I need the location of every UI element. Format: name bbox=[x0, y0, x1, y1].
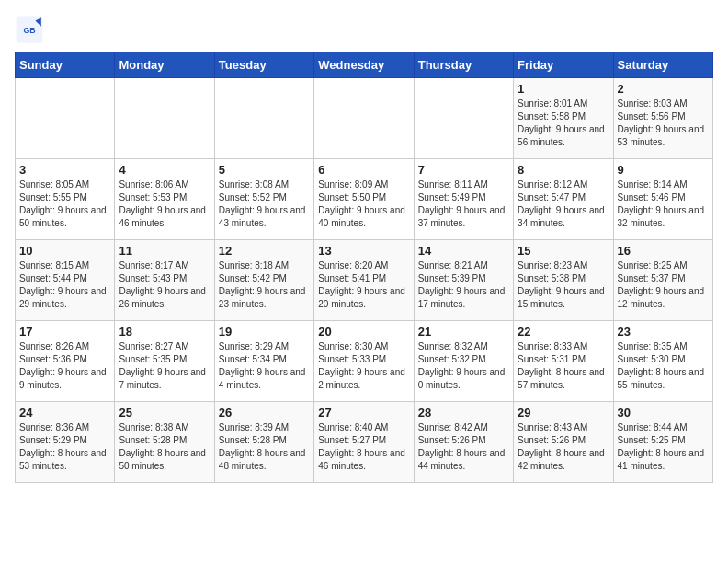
day-info: Sunrise: 8:20 AM Sunset: 5:41 PM Dayligh… bbox=[318, 259, 409, 311]
day-number: 9 bbox=[618, 163, 709, 177]
day-number: 1 bbox=[518, 82, 609, 96]
day-number: 23 bbox=[618, 325, 709, 339]
calendar-cell: 12Sunrise: 8:18 AM Sunset: 5:42 PM Dayli… bbox=[214, 240, 313, 321]
calendar-week-row: 10Sunrise: 8:15 AM Sunset: 5:44 PM Dayli… bbox=[16, 240, 713, 321]
day-number: 26 bbox=[219, 406, 310, 419]
day-info: Sunrise: 8:17 AM Sunset: 5:43 PM Dayligh… bbox=[119, 259, 210, 311]
calendar-cell: 8Sunrise: 8:12 AM Sunset: 5:47 PM Daylig… bbox=[514, 159, 613, 240]
day-number: 25 bbox=[119, 406, 210, 419]
calendar-cell bbox=[16, 78, 115, 159]
day-number: 6 bbox=[318, 163, 409, 177]
day-info: Sunrise: 8:30 AM Sunset: 5:33 PM Dayligh… bbox=[318, 340, 409, 392]
weekday-header: Friday bbox=[514, 52, 613, 78]
calendar-cell bbox=[414, 78, 513, 159]
calendar-cell: 19Sunrise: 8:29 AM Sunset: 5:34 PM Dayli… bbox=[214, 321, 313, 402]
calendar-cell: 22Sunrise: 8:33 AM Sunset: 5:31 PM Dayli… bbox=[514, 321, 613, 402]
weekday-header-row: SundayMondayTuesdayWednesdayThursdayFrid… bbox=[16, 52, 713, 78]
calendar-cell: 11Sunrise: 8:17 AM Sunset: 5:43 PM Dayli… bbox=[115, 240, 214, 321]
calendar-cell: 20Sunrise: 8:30 AM Sunset: 5:33 PM Dayli… bbox=[314, 321, 414, 402]
calendar-cell: 7Sunrise: 8:11 AM Sunset: 5:49 PM Daylig… bbox=[414, 159, 513, 240]
day-number: 15 bbox=[518, 244, 609, 258]
day-number: 7 bbox=[418, 163, 509, 177]
day-info: Sunrise: 8:36 AM Sunset: 5:29 PM Dayligh… bbox=[19, 421, 110, 473]
calendar-cell: 2Sunrise: 8:03 AM Sunset: 5:56 PM Daylig… bbox=[613, 78, 712, 159]
day-number: 8 bbox=[518, 163, 609, 177]
day-number: 2 bbox=[618, 82, 709, 96]
day-info: Sunrise: 8:15 AM Sunset: 5:44 PM Dayligh… bbox=[19, 259, 110, 311]
calendar-week-row: 17Sunrise: 8:26 AM Sunset: 5:36 PM Dayli… bbox=[16, 321, 713, 402]
calendar-week-row: 3Sunrise: 8:05 AM Sunset: 5:55 PM Daylig… bbox=[16, 159, 713, 240]
calendar-cell: 25Sunrise: 8:38 AM Sunset: 5:28 PM Dayli… bbox=[115, 402, 214, 483]
calendar-cell: 6Sunrise: 8:09 AM Sunset: 5:50 PM Daylig… bbox=[314, 159, 414, 240]
calendar-cell: 16Sunrise: 8:25 AM Sunset: 5:37 PM Dayli… bbox=[613, 240, 712, 321]
day-info: Sunrise: 8:43 AM Sunset: 5:26 PM Dayligh… bbox=[518, 421, 609, 473]
calendar-cell: 26Sunrise: 8:39 AM Sunset: 5:28 PM Dayli… bbox=[214, 402, 313, 483]
day-info: Sunrise: 8:33 AM Sunset: 5:31 PM Dayligh… bbox=[518, 340, 609, 392]
calendar-cell: 15Sunrise: 8:23 AM Sunset: 5:38 PM Dayli… bbox=[514, 240, 613, 321]
page-header: GB bbox=[15, 15, 713, 44]
day-number: 12 bbox=[219, 244, 310, 258]
calendar-cell: 24Sunrise: 8:36 AM Sunset: 5:29 PM Dayli… bbox=[16, 402, 115, 483]
day-number: 11 bbox=[119, 244, 210, 258]
calendar-cell: 18Sunrise: 8:27 AM Sunset: 5:35 PM Dayli… bbox=[115, 321, 214, 402]
day-info: Sunrise: 8:03 AM Sunset: 5:56 PM Dayligh… bbox=[618, 98, 709, 149]
day-number: 3 bbox=[19, 163, 110, 177]
calendar-cell: 17Sunrise: 8:26 AM Sunset: 5:36 PM Dayli… bbox=[16, 321, 115, 402]
calendar-cell: 1Sunrise: 8:01 AM Sunset: 5:58 PM Daylig… bbox=[514, 78, 613, 159]
weekday-header: Saturday bbox=[613, 52, 712, 78]
day-info: Sunrise: 8:44 AM Sunset: 5:25 PM Dayligh… bbox=[618, 421, 709, 473]
weekday-header: Monday bbox=[115, 52, 214, 78]
day-info: Sunrise: 8:06 AM Sunset: 5:53 PM Dayligh… bbox=[119, 178, 210, 230]
calendar-cell: 13Sunrise: 8:20 AM Sunset: 5:41 PM Dayli… bbox=[314, 240, 414, 321]
day-info: Sunrise: 8:25 AM Sunset: 5:37 PM Dayligh… bbox=[618, 259, 709, 311]
calendar-cell bbox=[115, 78, 214, 159]
day-number: 17 bbox=[19, 325, 110, 339]
calendar-cell: 4Sunrise: 8:06 AM Sunset: 5:53 PM Daylig… bbox=[115, 159, 214, 240]
weekday-header: Wednesday bbox=[314, 52, 414, 78]
calendar-cell: 29Sunrise: 8:43 AM Sunset: 5:26 PM Dayli… bbox=[514, 402, 613, 483]
weekday-header: Thursday bbox=[414, 52, 513, 78]
day-number: 14 bbox=[418, 244, 509, 258]
day-info: Sunrise: 8:05 AM Sunset: 5:55 PM Dayligh… bbox=[19, 178, 110, 230]
calendar-cell: 10Sunrise: 8:15 AM Sunset: 5:44 PM Dayli… bbox=[16, 240, 115, 321]
weekday-header: Tuesday bbox=[214, 52, 313, 78]
day-number: 30 bbox=[618, 406, 709, 419]
day-info: Sunrise: 8:40 AM Sunset: 5:27 PM Dayligh… bbox=[318, 421, 409, 473]
day-info: Sunrise: 8:29 AM Sunset: 5:34 PM Dayligh… bbox=[219, 340, 310, 392]
day-info: Sunrise: 8:26 AM Sunset: 5:36 PM Dayligh… bbox=[19, 340, 110, 392]
day-info: Sunrise: 8:38 AM Sunset: 5:28 PM Dayligh… bbox=[119, 421, 210, 473]
calendar-cell bbox=[214, 78, 313, 159]
day-info: Sunrise: 8:39 AM Sunset: 5:28 PM Dayligh… bbox=[219, 421, 310, 473]
calendar-cell: 5Sunrise: 8:08 AM Sunset: 5:52 PM Daylig… bbox=[214, 159, 313, 240]
day-info: Sunrise: 8:32 AM Sunset: 5:32 PM Dayligh… bbox=[418, 340, 509, 392]
calendar-cell: 3Sunrise: 8:05 AM Sunset: 5:55 PM Daylig… bbox=[16, 159, 115, 240]
day-number: 28 bbox=[418, 406, 509, 419]
day-info: Sunrise: 8:08 AM Sunset: 5:52 PM Dayligh… bbox=[219, 178, 310, 230]
day-info: Sunrise: 8:18 AM Sunset: 5:42 PM Dayligh… bbox=[219, 259, 310, 311]
day-number: 27 bbox=[318, 406, 409, 419]
calendar-cell: 9Sunrise: 8:14 AM Sunset: 5:46 PM Daylig… bbox=[613, 159, 712, 240]
calendar-cell: 14Sunrise: 8:21 AM Sunset: 5:39 PM Dayli… bbox=[414, 240, 513, 321]
day-info: Sunrise: 8:23 AM Sunset: 5:38 PM Dayligh… bbox=[518, 259, 609, 311]
calendar-cell: 21Sunrise: 8:32 AM Sunset: 5:32 PM Dayli… bbox=[414, 321, 513, 402]
day-info: Sunrise: 8:14 AM Sunset: 5:46 PM Dayligh… bbox=[618, 178, 709, 230]
day-info: Sunrise: 8:01 AM Sunset: 5:58 PM Dayligh… bbox=[518, 98, 609, 149]
day-number: 10 bbox=[19, 244, 110, 258]
day-number: 4 bbox=[119, 163, 210, 177]
day-number: 29 bbox=[518, 406, 609, 419]
calendar-cell: 27Sunrise: 8:40 AM Sunset: 5:27 PM Dayli… bbox=[314, 402, 414, 483]
day-number: 18 bbox=[119, 325, 210, 339]
day-info: Sunrise: 8:21 AM Sunset: 5:39 PM Dayligh… bbox=[418, 259, 509, 311]
calendar-week-row: 24Sunrise: 8:36 AM Sunset: 5:29 PM Dayli… bbox=[16, 402, 713, 483]
day-info: Sunrise: 8:11 AM Sunset: 5:49 PM Dayligh… bbox=[418, 178, 509, 230]
calendar-table: SundayMondayTuesdayWednesdayThursdayFrid… bbox=[15, 52, 713, 483]
day-number: 24 bbox=[19, 406, 110, 419]
day-number: 20 bbox=[318, 325, 409, 339]
logo-icon: GB bbox=[15, 15, 44, 44]
weekday-header: Sunday bbox=[16, 52, 115, 78]
day-number: 13 bbox=[318, 244, 409, 258]
day-info: Sunrise: 8:35 AM Sunset: 5:30 PM Dayligh… bbox=[618, 340, 709, 392]
calendar-cell: 30Sunrise: 8:44 AM Sunset: 5:25 PM Dayli… bbox=[613, 402, 712, 483]
day-info: Sunrise: 8:27 AM Sunset: 5:35 PM Dayligh… bbox=[119, 340, 210, 392]
calendar-cell bbox=[314, 78, 414, 159]
